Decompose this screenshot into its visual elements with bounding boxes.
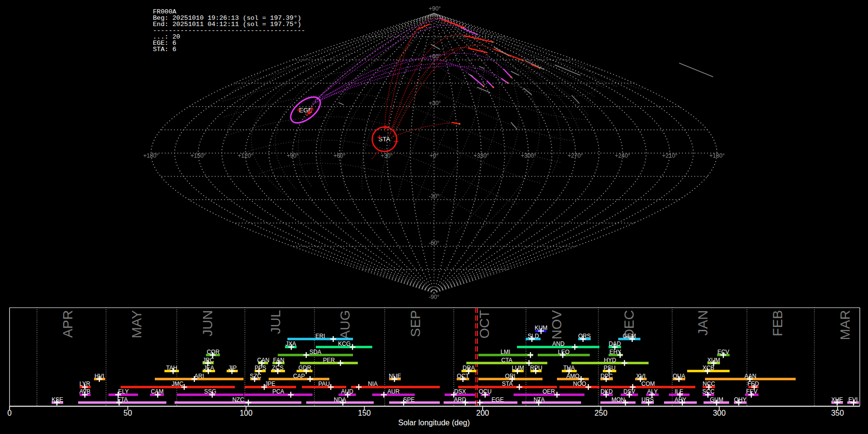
svg-text:-90°: -90°: [429, 294, 439, 300]
svg-text:JUN: JUN: [200, 310, 215, 336]
svg-text:NIA: NIA: [368, 380, 378, 387]
svg-text:CTA: CTA: [501, 357, 512, 364]
svg-text:+150°: +150°: [190, 152, 206, 159]
svg-text:STA: STA: [379, 136, 391, 143]
svg-text:PPS: PPS: [255, 365, 266, 371]
svg-text:ARI: ARI: [194, 373, 204, 380]
svg-text:COM: COM: [641, 380, 655, 387]
svg-text:ELY: ELY: [118, 388, 129, 395]
svg-text:150: 150: [358, 409, 371, 417]
svg-text:ORI: ORI: [505, 373, 515, 380]
svg-text:ERI: ERI: [315, 333, 325, 339]
svg-text:100: 100: [240, 409, 253, 417]
svg-text:50: 50: [123, 409, 132, 417]
svg-text:Solar longitude (deg): Solar longitude (deg): [398, 419, 470, 427]
svg-text:PER: PER: [323, 357, 335, 364]
svg-text:ARD: ARD: [454, 396, 466, 403]
svg-text:+300°: +300°: [521, 152, 536, 159]
svg-text:STA: STA: [502, 380, 513, 387]
svg-text:250: 250: [595, 409, 608, 417]
svg-text:DPC: DPC: [600, 373, 613, 380]
svg-text:AND: AND: [552, 340, 565, 347]
svg-text:SSG: SSG: [204, 388, 216, 395]
svg-text:+90°: +90°: [429, 5, 441, 12]
svg-text:+120°: +120°: [238, 152, 253, 159]
svg-text:AUR: AUR: [387, 388, 400, 395]
svg-text:GEM: GEM: [623, 333, 636, 339]
svg-text:+180°: +180°: [709, 152, 725, 159]
svg-text:+270°: +270°: [568, 152, 583, 159]
svg-text:CAP: CAP: [293, 373, 305, 380]
svg-text:AUG: AUG: [338, 310, 353, 339]
svg-text:+90°: +90°: [286, 152, 298, 159]
svg-text:OCT: OCT: [477, 310, 492, 339]
svg-text:EGE: EGE: [491, 396, 503, 403]
svg-text:+210°: +210°: [662, 152, 678, 159]
svg-text:CAN: CAN: [257, 357, 269, 364]
svg-text:OER: OER: [542, 388, 555, 395]
svg-text:LMI: LMI: [501, 349, 510, 355]
svg-text:SLD: SLD: [528, 333, 539, 339]
svg-text:+30°: +30°: [380, 152, 393, 159]
svg-text:HYD: HYD: [604, 357, 616, 364]
svg-text:JUL: JUL: [268, 310, 283, 334]
svg-text:+30°: +30°: [429, 100, 441, 107]
svg-text:+60°: +60°: [333, 152, 345, 159]
svg-text:SEP: SEP: [408, 310, 423, 337]
svg-text:MON: MON: [611, 396, 625, 403]
svg-text:NZC: NZC: [232, 396, 244, 403]
svg-text:OHY: OHY: [734, 396, 746, 403]
svg-text:XCB: XCB: [703, 365, 715, 371]
svg-text:PCA: PCA: [272, 388, 285, 395]
svg-text:MAY: MAY: [129, 310, 144, 339]
svg-text:JMC: JMC: [172, 380, 184, 387]
svg-text:COR: COR: [207, 349, 220, 355]
svg-text:SZC: SZC: [250, 373, 261, 380]
svg-text:JAN: JAN: [695, 310, 710, 336]
svg-text:300: 300: [713, 409, 726, 417]
svg-text:DSX: DSX: [454, 388, 466, 395]
svg-text:KCG: KCG: [338, 340, 351, 347]
svg-text:ILE: ILE: [675, 388, 683, 395]
svg-text:GDR: GDR: [298, 365, 312, 371]
svg-text:-30°: -30°: [429, 193, 439, 200]
svg-text:NDA: NDA: [334, 396, 346, 403]
svg-text:LEO: LEO: [558, 349, 570, 355]
svg-text:TAH: TAH: [166, 365, 177, 371]
svg-text:MAR: MAR: [838, 310, 853, 340]
svg-text:350: 350: [831, 409, 844, 417]
svg-text:AMO: AMO: [566, 373, 579, 380]
svg-text:0: 0: [7, 409, 12, 417]
svg-text:JPE: JPE: [265, 380, 275, 387]
svg-text:SDA: SDA: [310, 349, 322, 355]
svg-text:NOV: NOV: [549, 310, 564, 339]
svg-text:NOO: NOO: [573, 380, 586, 387]
svg-text:SPE: SPE: [403, 396, 415, 403]
svg-text:+0°: +0°: [430, 152, 439, 159]
svg-text:DKD: DKD: [600, 388, 613, 395]
svg-text:ORS: ORS: [578, 333, 591, 339]
svg-text:200: 200: [476, 409, 489, 417]
svg-text:+330°: +330°: [474, 152, 489, 159]
svg-text:PAU: PAU: [318, 380, 330, 387]
svg-text:APR: APR: [60, 310, 75, 338]
svg-text:STA: 6: STA: 6: [153, 46, 176, 53]
svg-text:+180°: +180°: [143, 152, 159, 159]
svg-text:-60°: -60°: [429, 240, 439, 246]
svg-text:FED: FED: [747, 380, 759, 387]
svg-text:+240°: +240°: [615, 152, 630, 159]
svg-text:FEB: FEB: [770, 310, 785, 336]
